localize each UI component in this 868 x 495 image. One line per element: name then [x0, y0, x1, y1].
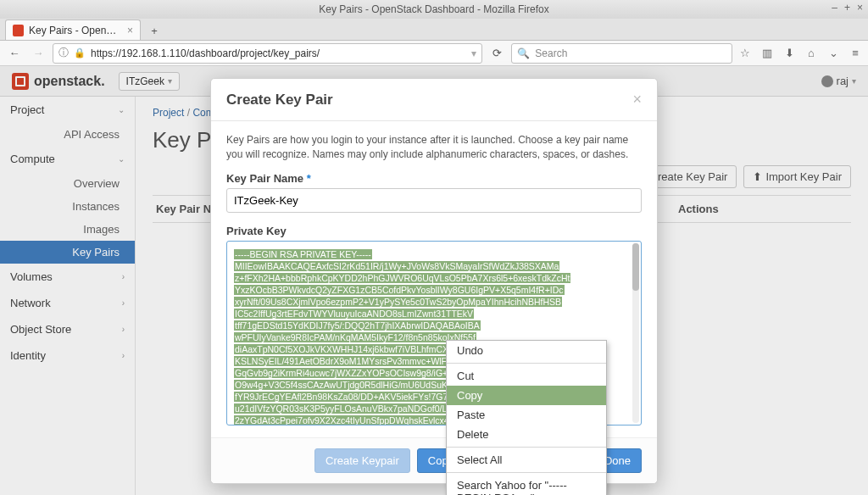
library-icon[interactable]: ▥ — [760, 47, 775, 59]
search-icon: 🔍 — [517, 47, 530, 59]
window-title: Key Pairs - OpenStack Dashboard - Mozill… — [319, 3, 548, 15]
menu-icon[interactable]: ≡ — [848, 47, 863, 59]
ctx-copy[interactable]: Copy — [447, 386, 606, 405]
tab-close-icon[interactable]: × — [127, 25, 133, 36]
label-private-key: Private Key — [226, 225, 642, 237]
site-info-icon[interactable]: ⓘ — [58, 46, 69, 60]
pocket-icon[interactable]: ⌄ — [826, 47, 841, 59]
create-keypair-button: Create Keypair — [314, 448, 410, 473]
window-titlebar: Key Pairs - OpenStack Dashboard - Mozill… — [0, 0, 868, 19]
ctx-undo[interactable]: Undo — [447, 341, 606, 360]
separator — [447, 363, 606, 364]
lock-icon: 🔒 — [74, 47, 86, 58]
ctx-search-provider[interactable]: Search Yahoo for "-----BEGIN RSA …" — [447, 476, 606, 495]
star-icon[interactable]: ☆ — [737, 47, 753, 59]
scrollbar-thumb[interactable] — [632, 243, 639, 291]
reader-icon[interactable]: ▾ — [471, 47, 476, 59]
ctx-paste[interactable]: Paste — [447, 405, 606, 425]
home-icon[interactable]: ⌂ — [804, 47, 819, 59]
window-close-icon[interactable]: × — [857, 2, 863, 14]
modal-close-button[interactable]: × — [632, 91, 642, 108]
ctx-delete[interactable]: Delete — [447, 425, 606, 444]
separator — [447, 447, 606, 448]
browser-navbar: ← → ⓘ 🔒 https://192.168.1.110/dashboard/… — [0, 41, 868, 66]
ctx-select-all[interactable]: Select All — [447, 450, 606, 470]
nav-back-button[interactable]: ← — [5, 44, 24, 63]
key-pair-name-input[interactable] — [226, 188, 642, 213]
nav-forward-button: → — [29, 44, 47, 63]
browser-search-bar[interactable]: 🔍 Search — [511, 43, 732, 64]
search-placeholder: Search — [535, 47, 567, 59]
downloads-icon[interactable]: ⬇ — [782, 47, 797, 59]
browser-tab-title: Key Pairs - OpenStack Dashb… — [29, 25, 122, 36]
ctx-cut[interactable]: Cut — [447, 366, 606, 386]
browser-tabstrip: Key Pairs - OpenStack Dashb… × + — [0, 19, 868, 41]
tab-favicon-icon — [13, 25, 24, 36]
url-bar[interactable]: ⓘ 🔒 https://192.168.1.110/dashboard/proj… — [53, 43, 482, 64]
url-text: https://192.168.1.110/dashboard/project/… — [91, 47, 466, 59]
window-minimize-icon[interactable]: – — [832, 2, 837, 14]
label-key-pair-name: Key Pair Name * — [226, 172, 642, 185]
context-menu: Undo Cut Copy Paste Delete Select All Se… — [446, 340, 607, 495]
browser-tab-active[interactable]: Key Pairs - OpenStack Dashb… × — [5, 19, 141, 40]
new-tab-button[interactable]: + — [144, 21, 164, 40]
modal-help-text: Key Pairs are how you login to your inst… — [226, 133, 642, 162]
nav-reload-button[interactable]: ⟳ — [487, 44, 506, 63]
window-maximize-icon[interactable]: + — [844, 2, 850, 14]
separator — [447, 472, 606, 473]
app-root: openstack. ITzGeek ▾ raj ▾ Project⌄ API … — [0, 66, 868, 495]
modal-title: Create Key Pair — [226, 92, 333, 108]
